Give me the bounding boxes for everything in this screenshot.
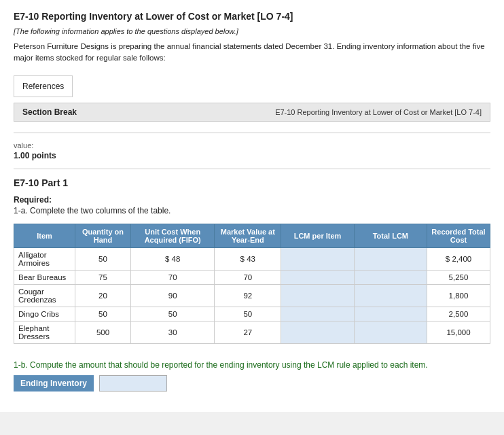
- table-cell[interactable]: [281, 321, 354, 343]
- table-cell: $ 2,400: [427, 247, 490, 270]
- table-input[interactable]: [285, 328, 349, 336]
- table-cell: 27: [215, 321, 281, 343]
- references-label: References: [22, 82, 64, 91]
- section-break-bar: Section Break E7-10 Reporting Inventory …: [14, 103, 490, 122]
- table-cell[interactable]: [354, 307, 427, 321]
- table-input[interactable]: [285, 273, 349, 281]
- table-cell[interactable]: [354, 284, 427, 307]
- table-input[interactable]: [285, 255, 349, 263]
- page-wrapper: E7-10 Reporting Inventory at Lower of Co…: [0, 0, 504, 412]
- table-cell[interactable]: [281, 284, 354, 307]
- table-row: Bear Bureaus7570705,250: [14, 270, 490, 284]
- table-cell: 5,250: [427, 270, 490, 284]
- table-input[interactable]: [285, 310, 349, 318]
- table-cell: 75: [75, 270, 130, 284]
- main-title: E7-10 Reporting Inventory at Lower of Co…: [14, 11, 490, 22]
- table-row: Elephant Dressers500302715,000: [14, 321, 490, 343]
- table-cell: 90: [131, 284, 215, 307]
- table-row: Cougar Credenzas2090921,800: [14, 284, 490, 307]
- col-header-recorded-cost: Recorded Total Cost: [427, 224, 490, 247]
- table-input[interactable]: [285, 292, 349, 300]
- table-cell: 500: [75, 321, 130, 343]
- ending-inventory-input[interactable]: [99, 375, 167, 392]
- table-cell: Alligator Armoires: [14, 247, 75, 270]
- table-cell: Cougar Credenzas: [14, 284, 75, 307]
- table-cell: 70: [215, 270, 281, 284]
- table-input[interactable]: [359, 310, 422, 318]
- table-cell: 50: [75, 247, 130, 270]
- table-cell: 50: [75, 307, 130, 321]
- instruction-1a: 1-a. Complete the two columns of the tab…: [14, 206, 490, 215]
- table-cell[interactable]: [354, 247, 427, 270]
- bottom-section: 1-b. Compute the amount that should be r…: [14, 360, 490, 392]
- table-cell: 70: [131, 270, 215, 284]
- compute-instruction: 1-b. Compute the amount that should be r…: [14, 360, 490, 370]
- value-label: value:: [14, 141, 490, 150]
- table-cell: 50: [215, 307, 281, 321]
- table-cell[interactable]: [354, 270, 427, 284]
- table-row: Dingo Cribs5050502,500: [14, 307, 490, 321]
- table-cell: Bear Bureaus: [14, 270, 75, 284]
- required-label: Required:: [14, 195, 490, 205]
- section-break-label: Section Break: [22, 107, 77, 117]
- references-box[interactable]: References: [14, 75, 73, 97]
- col-header-market-value: Market Value at Year-End: [215, 224, 281, 247]
- table-cell: 20: [75, 284, 130, 307]
- table-cell: 1,800: [427, 284, 490, 307]
- col-header-lcm-per-item: LCM per Item: [281, 224, 354, 247]
- table-cell: Dingo Cribs: [14, 307, 75, 321]
- part1-title: E7-10 Part 1: [14, 177, 490, 188]
- col-header-unit-cost: Unit Cost When Acquired (FIFO): [131, 224, 215, 247]
- table-input[interactable]: [359, 292, 422, 300]
- table-cell: 50: [131, 307, 215, 321]
- ending-inventory-row: Ending Inventory: [14, 375, 490, 392]
- description: Peterson Furniture Designs is preparing …: [14, 41, 490, 65]
- table-input[interactable]: [359, 255, 422, 263]
- italic-note: [The following information applies to th…: [14, 27, 490, 35]
- table-cell[interactable]: [281, 307, 354, 321]
- divider-mid: [14, 169, 490, 169]
- table-cell: $ 43: [215, 247, 281, 270]
- table-row: Alligator Armoires50$ 48$ 43$ 2,400: [14, 247, 490, 270]
- table-cell: Elephant Dressers: [14, 321, 75, 343]
- col-header-item: Item: [14, 224, 75, 247]
- table-cell[interactable]: [281, 247, 354, 270]
- divider-top: [14, 133, 490, 133]
- points-label: 1.00 points: [14, 151, 490, 160]
- ending-inventory-label: Ending Inventory: [14, 375, 94, 392]
- table-cell: 15,000: [427, 321, 490, 343]
- section-break-title: E7-10 Reporting Inventory at Lower of Co…: [275, 108, 482, 116]
- table-cell: $ 48: [131, 247, 215, 270]
- col-header-qty: Quantity on Hand: [75, 224, 130, 247]
- table-cell: 2,500: [427, 307, 490, 321]
- table-cell[interactable]: [354, 321, 427, 343]
- table-cell: 30: [131, 321, 215, 343]
- table-input[interactable]: [359, 273, 422, 281]
- table-cell[interactable]: [281, 270, 354, 284]
- inventory-table: Item Quantity on Hand Unit Cost When Acq…: [14, 224, 490, 344]
- table-input[interactable]: [359, 328, 422, 336]
- col-header-total-lcm: Total LCM: [354, 224, 427, 247]
- table-cell: 92: [215, 284, 281, 307]
